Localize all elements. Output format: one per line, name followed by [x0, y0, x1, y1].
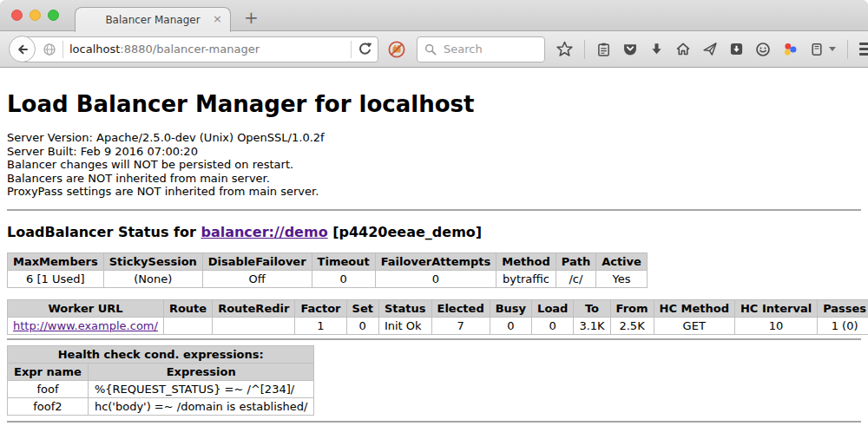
plugin-blocked-button[interactable] — [387, 40, 406, 59]
table-row: foof2 hc('body') =~ /domain is establish… — [8, 397, 314, 415]
server-info: Server Version: Apache/2.5.0-dev (Unix) … — [7, 131, 861, 199]
globe-icon[interactable] — [43, 43, 56, 56]
column-header: Expr name — [8, 363, 89, 380]
window-close-button[interactable] — [11, 10, 23, 21]
back-button[interactable] — [9, 36, 36, 62]
table-cell: foof2 — [8, 397, 89, 415]
table-cell: hc('body') =~ /domain is established/ — [88, 397, 314, 415]
download-panel-icon — [729, 42, 744, 56]
column-header: From — [610, 299, 654, 317]
reload-icon — [358, 42, 372, 56]
balancer-note-line: ProxyPass settings are NOT inherited fro… — [7, 185, 861, 199]
home-button[interactable] — [675, 42, 691, 56]
downloads-button[interactable] — [649, 42, 664, 56]
toolbar-icons — [556, 40, 868, 59]
reading-list-button[interactable] — [596, 42, 611, 57]
health-table-title: Health check cond. expressions: — [8, 345, 314, 363]
browser-tab[interactable]: Balancer Manager × — [75, 7, 231, 32]
download-icon — [649, 42, 664, 56]
column-header: Passes — [818, 299, 868, 317]
table-header-row: Expr name Expression — [8, 363, 314, 380]
address-bar[interactable]: localhost:8880/balancer-manager — [21, 36, 378, 62]
table-cell: 1 (0) — [818, 317, 868, 334]
chat-button[interactable] — [755, 42, 771, 57]
table-cell: /c/ — [556, 270, 595, 287]
column-header: Busy — [490, 299, 531, 317]
pocket-icon — [622, 42, 638, 56]
container-button[interactable] — [810, 42, 824, 57]
health-check-table: Health check cond. expressions: Expr nam… — [7, 345, 314, 416]
column-header: Load — [532, 299, 574, 317]
search-icon — [424, 43, 437, 56]
page-content: Load Balancer Manager for localhost Serv… — [0, 91, 868, 423]
column-header: Factor — [295, 299, 346, 317]
divider — [7, 209, 861, 211]
divider — [7, 338, 861, 340]
plugin-blocked-icon — [387, 40, 406, 59]
send-tab-button[interactable] — [702, 42, 718, 56]
download-panel-button[interactable] — [729, 42, 744, 56]
urlbar-divider — [351, 41, 352, 58]
window-zoom-button[interactable] — [48, 10, 59, 21]
container-icon — [810, 42, 824, 57]
table-cell: 2.5K — [610, 317, 654, 334]
column-header: Expression — [88, 363, 314, 380]
close-icon[interactable]: × — [213, 13, 222, 24]
bookmark-star-button[interactable] — [556, 41, 573, 57]
table-cell: Off — [202, 270, 312, 287]
navigation-toolbar: localhost:8880/balancer-manager — [0, 31, 868, 68]
toolbar-divider — [847, 40, 848, 59]
table-cell: 0 — [312, 270, 375, 287]
chat-smiley-icon — [755, 42, 771, 57]
column-header: MaxMembers — [8, 252, 104, 270]
balancer-note-line: Balancer changes will NOT be persisted o… — [7, 158, 861, 172]
table-cell: %{REQUEST_STATUS} =~ /^[234]/ — [88, 380, 314, 397]
table-cell — [163, 317, 212, 334]
back-icon — [16, 43, 30, 56]
table-header-row: Health check cond. expressions: — [8, 345, 314, 363]
column-header: Method — [496, 252, 556, 270]
colordots-extension-button[interactable] — [782, 42, 799, 57]
table-cell: 1 — [295, 317, 346, 334]
new-tab-button[interactable]: + — [244, 7, 259, 28]
server-version-line: Server Version: Apache/2.5.0-dev (Unix) … — [7, 131, 861, 145]
column-header: Set — [346, 299, 378, 317]
column-header: Route — [163, 299, 212, 317]
balancer-link[interactable]: balancer://demo — [201, 224, 327, 240]
worker-url-link[interactable]: http://www.example.com/ — [13, 319, 158, 332]
table-cell — [213, 317, 295, 334]
page-title: Load Balancer Manager for localhost — [7, 91, 861, 117]
search-input[interactable] — [442, 42, 537, 56]
table-cell: 10 — [734, 317, 817, 334]
url-domain: localhost — [69, 43, 120, 56]
table-cell: http://www.example.com/ — [8, 317, 164, 334]
chevron-down-icon[interactable] — [829, 47, 836, 51]
table-cell: 0 — [346, 317, 378, 334]
table-cell: 0 — [375, 270, 496, 287]
table-row: 6 [1 Used] (None) Off 0 0 bytraffic /c/ … — [8, 270, 648, 287]
reload-button[interactable] — [358, 42, 372, 56]
column-header: DisableFailover — [202, 252, 312, 270]
pocket-button[interactable] — [622, 42, 638, 56]
column-header: Timeout — [312, 252, 375, 270]
table-row: foof %{REQUEST_STATUS} =~ /^[234]/ — [8, 380, 314, 397]
send-icon — [702, 42, 718, 56]
table-cell: 0 — [490, 317, 531, 334]
clipboard-icon — [596, 42, 611, 57]
tab-title: Balancer Manager — [105, 14, 200, 26]
window-minimize-button[interactable] — [30, 10, 41, 21]
table-cell: 7 — [431, 317, 490, 334]
menu-icon — [859, 43, 868, 45]
search-bar[interactable] — [417, 36, 545, 62]
url-text[interactable]: localhost:8880/balancer-manager — [69, 43, 345, 56]
column-header: FailoverAttempts — [375, 252, 496, 270]
table-header-row: Worker URL Route RouteRedir Factor Set S… — [8, 299, 868, 317]
table-cell: bytraffic — [496, 270, 556, 287]
column-header: Worker URL — [8, 299, 164, 317]
divider — [7, 421, 861, 423]
column-header: HC Method — [654, 299, 734, 317]
menu-button[interactable] — [859, 43, 868, 56]
column-header: StickySession — [103, 252, 202, 270]
column-header: HC Interval — [734, 299, 817, 317]
tab-bar: Balancer Manager × + — [0, 0, 868, 31]
